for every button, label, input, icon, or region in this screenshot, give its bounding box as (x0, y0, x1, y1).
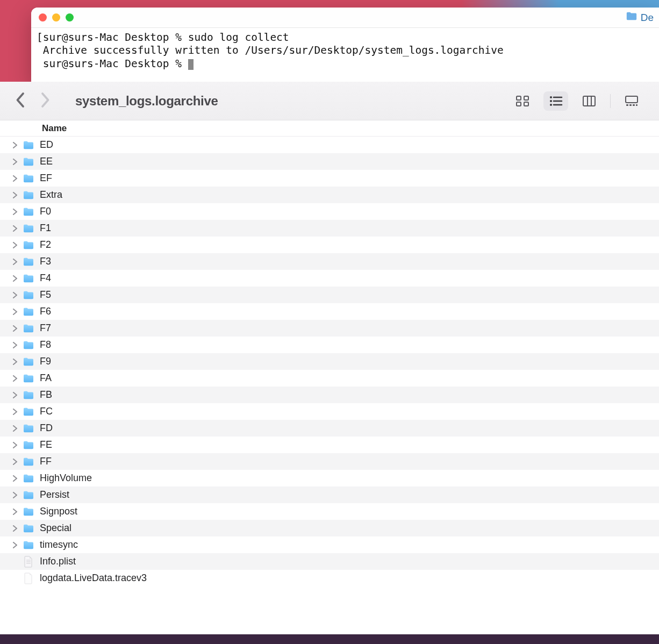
disclosure-triangle-icon[interactable] (11, 525, 19, 532)
zoom-button[interactable] (66, 13, 74, 22)
file-name[interactable]: Info.plist (40, 556, 76, 567)
file-name[interactable]: F5 (40, 289, 51, 300)
file-row[interactable]: Info.plist (0, 553, 659, 570)
file-row[interactable]: Persist (0, 486, 659, 503)
file-name[interactable]: ED (40, 139, 53, 151)
file-name[interactable]: Persist (40, 489, 69, 500)
back-button[interactable] (14, 92, 26, 110)
folder-icon (23, 323, 34, 334)
titlebar-right-label: De (641, 12, 654, 24)
disclosure-triangle-icon[interactable] (11, 492, 19, 498)
folder-icon (23, 206, 34, 218)
disclosure-triangle-icon[interactable] (11, 292, 19, 298)
disclosure-triangle-icon[interactable] (11, 542, 19, 548)
file-name[interactable]: Special (40, 523, 71, 534)
file-row[interactable]: HighVolume (0, 470, 659, 486)
file-icon (23, 556, 34, 568)
file-row[interactable]: EE (0, 153, 659, 170)
column-header-row[interactable]: Name (0, 120, 659, 137)
disclosure-triangle-icon[interactable] (11, 509, 19, 515)
file-row[interactable]: FC (0, 403, 659, 420)
file-name[interactable]: F6 (40, 306, 51, 317)
disclosure-triangle-icon[interactable] (11, 159, 19, 165)
file-name[interactable]: timesync (40, 539, 78, 550)
file-name[interactable]: FC (40, 406, 53, 417)
disclosure-triangle-icon[interactable] (11, 325, 19, 332)
disclosure-triangle-icon[interactable] (11, 425, 19, 432)
disclosure-triangle-icon[interactable] (11, 192, 19, 198)
file-row[interactable]: FB (0, 387, 659, 403)
svg-rect-14 (626, 104, 628, 106)
file-row[interactable]: Extra (0, 187, 659, 203)
file-row[interactable]: Signpost (0, 503, 659, 520)
file-row[interactable]: F4 (0, 270, 659, 287)
file-row[interactable]: FA (0, 370, 659, 387)
disclosure-triangle-icon[interactable] (11, 409, 19, 415)
file-row[interactable]: F6 (0, 303, 659, 320)
file-row[interactable]: F7 (0, 320, 659, 337)
file-row[interactable]: F8 (0, 337, 659, 353)
minimize-button[interactable] (52, 13, 60, 22)
file-name[interactable]: Extra (40, 189, 62, 201)
file-name[interactable]: Signpost (40, 506, 77, 517)
file-name[interactable]: F4 (40, 273, 51, 284)
file-name[interactable]: FE (40, 439, 52, 450)
file-row[interactable]: F1 (0, 220, 659, 237)
file-row[interactable]: timesync (0, 536, 659, 553)
file-name[interactable]: F7 (40, 323, 51, 334)
gallery-view-button[interactable] (619, 91, 644, 111)
file-name[interactable]: FD (40, 423, 53, 434)
file-name[interactable]: F8 (40, 339, 51, 350)
file-name[interactable]: logdata.LiveData.tracev3 (40, 573, 147, 584)
file-row[interactable]: EF (0, 170, 659, 187)
file-row[interactable]: FD (0, 420, 659, 437)
file-row[interactable]: F5 (0, 287, 659, 303)
file-row[interactable]: F9 (0, 353, 659, 370)
file-row[interactable]: FE (0, 437, 659, 453)
file-name[interactable]: F0 (40, 206, 51, 217)
svg-rect-15 (629, 104, 632, 106)
file-row[interactable]: F2 (0, 237, 659, 253)
disclosure-triangle-icon[interactable] (11, 209, 19, 215)
column-header-name[interactable]: Name (42, 123, 67, 134)
file-name[interactable]: F2 (40, 239, 51, 251)
file-row[interactable]: F3 (0, 253, 659, 270)
file-name[interactable]: FA (40, 373, 52, 384)
file-name[interactable]: FF (40, 456, 52, 467)
file-name[interactable]: EF (40, 173, 52, 184)
disclosure-triangle-icon[interactable] (11, 459, 19, 465)
file-row[interactable]: FF (0, 453, 659, 470)
file-name[interactable]: F9 (40, 356, 51, 367)
disclosure-triangle-icon[interactable] (11, 375, 19, 382)
disclosure-triangle-icon[interactable] (11, 342, 19, 348)
disclosure-triangle-icon[interactable] (11, 242, 19, 248)
disclosure-triangle-icon[interactable] (11, 359, 19, 365)
disclosure-triangle-icon[interactable] (11, 309, 19, 315)
disclosure-triangle-icon[interactable] (11, 475, 19, 482)
file-name[interactable]: FB (40, 389, 52, 400)
file-name[interactable]: EE (40, 156, 53, 167)
close-button[interactable] (39, 13, 47, 22)
disclosure-triangle-icon[interactable] (11, 392, 19, 398)
icon-view-button[interactable] (510, 91, 535, 111)
terminal-output[interactable]: [sur@surs-Mac Desktop % sudo log collect… (31, 28, 659, 83)
disclosure-triangle-icon[interactable] (11, 259, 19, 265)
file-row[interactable]: Special (0, 520, 659, 536)
file-name[interactable]: F1 (40, 223, 51, 234)
disclosure-triangle-icon[interactable] (11, 225, 19, 232)
file-name[interactable]: HighVolume (40, 473, 92, 484)
column-view-button[interactable] (577, 91, 601, 111)
svg-rect-10 (583, 96, 595, 106)
file-row[interactable]: F0 (0, 203, 659, 220)
disclosure-triangle-icon[interactable] (11, 175, 19, 182)
file-row[interactable]: logdata.LiveData.tracev3 (0, 570, 659, 586)
list-view-button[interactable] (543, 91, 568, 111)
forward-button[interactable] (40, 92, 52, 110)
disclosure-triangle-icon[interactable] (11, 142, 19, 148)
terminal-titlebar[interactable]: De (31, 8, 659, 28)
file-name[interactable]: F3 (40, 256, 51, 267)
file-list[interactable]: EDEEEFExtraF0F1F2F3F4F5F6F7F8F9FAFBFCFDF… (0, 137, 659, 634)
disclosure-triangle-icon[interactable] (11, 442, 19, 448)
file-row[interactable]: ED (0, 137, 659, 153)
disclosure-triangle-icon[interactable] (11, 275, 19, 282)
